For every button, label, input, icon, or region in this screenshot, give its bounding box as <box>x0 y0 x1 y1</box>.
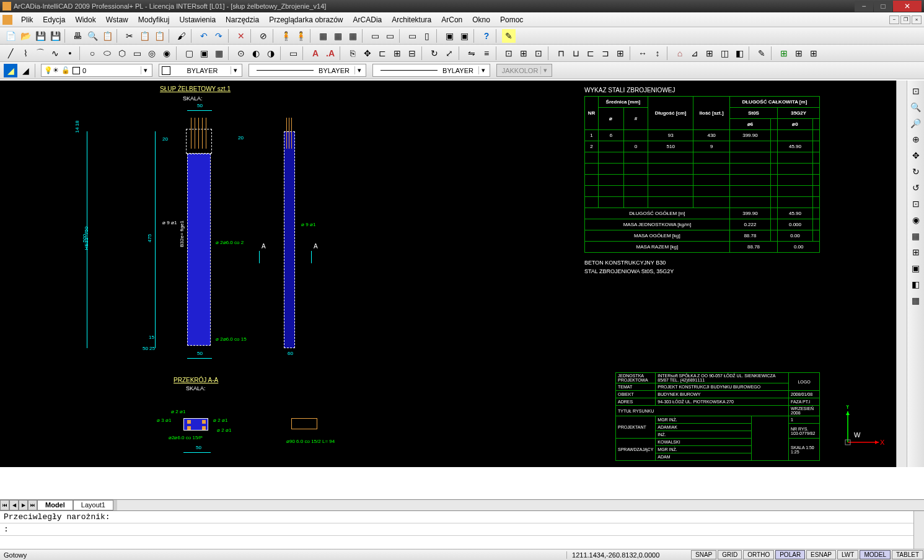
tab-last[interactable]: ⏭ <box>28 500 37 510</box>
menu-arcadia[interactable]: ArCADia <box>348 14 387 25</box>
menu-modyfikuj[interactable]: Modyfikuj <box>133 14 175 25</box>
extend-icon[interactable]: ⊔ <box>569 46 583 60</box>
menu-wstaw[interactable]: Wstaw <box>101 14 133 25</box>
shade-icon[interactable]: ▣ <box>909 261 923 275</box>
offset-icon[interactable]: ⊏ <box>376 46 389 60</box>
status-tablet[interactable]: TABLET <box>892 550 923 559</box>
line-icon[interactable]: ╱ <box>4 46 17 60</box>
tool-a1-icon[interactable]: 🧍 <box>279 29 293 43</box>
hide-icon[interactable]: ◧ <box>909 278 923 291</box>
tool-a2-icon[interactable]: 🧍 <box>294 29 307 43</box>
array-icon[interactable]: ⊞ <box>390 46 404 60</box>
cut-icon[interactable]: ✂ <box>123 29 136 43</box>
wand-icon[interactable]: ✎ <box>755 46 768 60</box>
donut-icon[interactable]: ◉ <box>160 46 174 60</box>
menu-przegladarka[interactable]: Przeglądarka obrazów <box>264 14 348 25</box>
dim1-icon[interactable]: ↔ <box>636 46 649 60</box>
arch1-icon[interactable]: ⌂ <box>673 46 687 60</box>
exp2-icon[interactable]: ⊞ <box>792 46 806 60</box>
mdi-restore[interactable]: ❐ <box>900 15 910 24</box>
hscrollbar[interactable] <box>117 500 924 510</box>
regen-icon[interactable]: ↻ <box>909 165 923 178</box>
menu-narzedzia[interactable]: Narzędzia <box>221 14 264 25</box>
arch5-icon[interactable]: ◧ <box>733 46 746 60</box>
undo-icon[interactable]: ↶ <box>197 29 211 43</box>
win1-icon[interactable]: ▭ <box>368 29 382 43</box>
vpoint-icon[interactable]: ⊡ <box>909 197 923 211</box>
menu-widok[interactable]: Widok <box>70 14 100 25</box>
stop-icon[interactable]: ⊘ <box>257 29 270 43</box>
status-grid[interactable]: GRID <box>718 550 742 559</box>
copy2-icon[interactable]: ⎘ <box>346 46 359 60</box>
cmd-prompt[interactable]: : <box>0 523 924 536</box>
dtext-icon[interactable]: .A <box>323 46 337 60</box>
block-icon[interactable]: ▢ <box>182 46 196 60</box>
table-icon[interactable]: ▭ <box>286 46 300 60</box>
saveall-icon[interactable]: 💾 <box>48 29 62 43</box>
status-model[interactable]: MODEL <box>860 550 891 559</box>
mdi-minimize[interactable]: − <box>889 15 899 24</box>
menu-pomoc[interactable]: Pomoc <box>495 14 528 25</box>
open-icon[interactable]: 📂 <box>19 29 32 43</box>
polygon-icon[interactable]: ⬡ <box>115 46 129 60</box>
dim2-icon[interactable]: ↕ <box>651 46 664 60</box>
mtext-icon[interactable]: A <box>309 46 322 60</box>
menu-okno[interactable]: Okno <box>467 14 495 25</box>
matchprop-icon[interactable]: 🖌 <box>175 29 188 43</box>
arch4-icon[interactable]: ◫ <box>718 46 731 60</box>
status-ortho[interactable]: ORTHO <box>743 550 774 559</box>
rotate-icon[interactable]: ↻ <box>428 46 441 60</box>
spline-icon[interactable]: ∿ <box>48 46 62 60</box>
chamfer-icon[interactable]: ⊐ <box>599 46 612 60</box>
text-icon[interactable]: ◑ <box>264 46 278 60</box>
tab-prev[interactable]: ◀ <box>9 500 19 510</box>
tab-first[interactable]: ⏮ <box>0 500 9 510</box>
close-button[interactable]: ✕ <box>893 1 922 12</box>
exp1-icon[interactable]: ⊞ <box>777 46 791 60</box>
plot-icon[interactable]: 📋 <box>100 29 114 43</box>
redraw-icon[interactable]: ↺ <box>909 181 923 195</box>
hatch-icon[interactable]: ▦ <box>212 46 226 60</box>
maximize-button[interactable]: □ <box>874 1 892 12</box>
app-menu-icon[interactable] <box>2 15 12 25</box>
break-icon[interactable]: ⊏ <box>584 46 597 60</box>
menu-plik[interactable]: Plik <box>16 14 38 25</box>
layer-icon[interactable]: ▣ <box>442 29 456 43</box>
vp2-icon[interactable]: ▯ <box>420 29 434 43</box>
zoom-in-icon[interactable]: 🔍 <box>909 100 923 114</box>
circle-icon[interactable]: ○ <box>86 46 99 60</box>
linetype-dropdown[interactable]: BYLAYER ▾ <box>249 64 366 77</box>
menu-ustawienia[interactable]: Ustawienia <box>174 14 221 25</box>
status-esnap[interactable]: ESNAP <box>806 550 836 559</box>
mdi-close[interactable]: × <box>912 15 922 24</box>
grid1-icon[interactable]: ▦ <box>316 29 330 43</box>
zoom-win-icon[interactable]: ⊕ <box>909 133 923 146</box>
lineweight-dropdown[interactable]: BYLAYER ▾ <box>372 64 490 77</box>
layerstate-icon[interactable]: ◢ <box>19 64 32 77</box>
layers2-icon[interactable]: ▦ <box>909 294 923 307</box>
print-icon[interactable]: 🖶 <box>71 29 84 43</box>
tab-model[interactable]: Model <box>37 500 73 510</box>
pline-icon[interactable]: ⌇ <box>19 46 32 60</box>
status-polar[interactable]: POLAR <box>775 550 805 559</box>
exp3-icon[interactable]: ⊞ <box>807 46 821 60</box>
flag-icon[interactable]: ✎ <box>502 29 516 43</box>
dim-icon[interactable]: ⊙ <box>234 46 248 60</box>
vp-icon[interactable]: ▦ <box>909 229 923 243</box>
leader-icon[interactable]: ◐ <box>249 46 263 60</box>
cmd-scrollbar[interactable] <box>913 511 924 549</box>
ellipse-icon[interactable]: ⬭ <box>100 46 114 60</box>
command-window[interactable]: Przeciwległy narożnik: : <box>0 510 924 549</box>
redo-icon[interactable]: ↷ <box>212 29 226 43</box>
delete-icon[interactable]: ✕ <box>234 29 248 43</box>
vscrollbar[interactable] <box>896 81 907 467</box>
copy-icon[interactable]: 📋 <box>138 29 151 43</box>
color-dropdown[interactable]: BYLAYER ▾ <box>159 64 242 77</box>
menu-architektura[interactable]: Architektura <box>387 14 436 25</box>
menu-edycja[interactable]: Edycja <box>38 14 70 25</box>
vp1-icon[interactable]: ▭ <box>405 29 419 43</box>
3dorbit-icon[interactable]: ◉ <box>909 213 923 227</box>
preview-icon[interactable]: 🔍 <box>86 29 99 43</box>
join-icon[interactable]: ⊞ <box>614 46 627 60</box>
arch2-icon[interactable]: ⊿ <box>688 46 702 60</box>
